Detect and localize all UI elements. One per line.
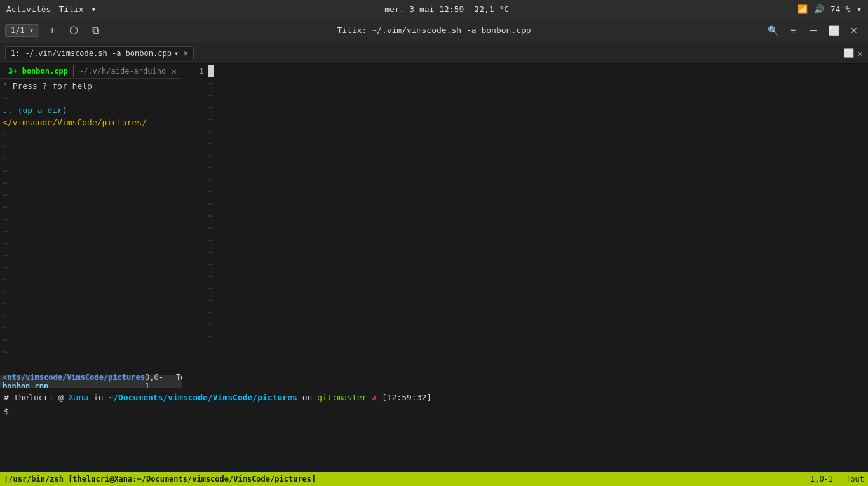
terminal-prompt-line: # thelucri @ Xana in ~/Documents/vimscod… xyxy=(4,391,864,405)
pane-area: 3+ bonbon.cpp ~/.v/h/aide-arduino ✕ " Pr… xyxy=(0,64,868,388)
bottom-status-right: 1,0-1 Tout xyxy=(810,475,864,483)
bottom-status-shell: !/usr/bin/zsh [thelucri@Xana:~/Documents… xyxy=(4,475,810,483)
right-tilde-13: ~ xyxy=(208,222,214,234)
right-tilde-16: ~ xyxy=(208,258,214,270)
right-tilde-6: ~ xyxy=(208,137,214,149)
right-tilde-7: ~ xyxy=(208,149,214,161)
vim-editor-column: ~ ~ ~ ~ ~ ~ ~ ~ ~ ~ ~ ~ ~ ~ ~ ~ ~ xyxy=(208,65,214,342)
app-arrow-icon[interactable]: ▾ xyxy=(92,4,97,14)
title-bar-left: 1/1 ▾ + ⬡ ⧉ xyxy=(5,22,104,39)
vim-active-tab[interactable]: 3+ bonbon.cpp xyxy=(3,65,74,77)
right-tilde-11: ~ xyxy=(208,198,214,210)
term-git-branch: git:master xyxy=(317,391,367,405)
vim-help-line: " Press ? for help xyxy=(3,80,179,92)
vim-tilde-17: ~ xyxy=(3,321,179,334)
vim-tilde-1: ~ xyxy=(3,128,179,140)
menu-button[interactable]: ≡ xyxy=(784,22,802,39)
wifi-icon: 📶 xyxy=(797,4,808,14)
right-tilde-9: ~ xyxy=(208,173,214,186)
right-pane[interactable]: 1 ~ ~ ~ ~ ~ ~ ~ ~ ~ ~ ~ ~ ~ ~ xyxy=(182,64,868,388)
term-x-mark: ✗ xyxy=(367,391,377,405)
vim-tilde-8: ~ xyxy=(3,213,179,225)
vim-tilde-14: ~ xyxy=(3,285,179,297)
vim-file-browser[interactable]: " Press ? for help ~ .. (up a dir) </vim… xyxy=(0,79,182,375)
session-tab[interactable]: 1: ~/.vim/vimscode.sh -a bonbon.cpp ▾ ✕ xyxy=(5,46,194,60)
vim-cursor xyxy=(208,65,214,77)
vim-tilde-11: ~ xyxy=(3,249,179,261)
right-tilde-15: ~ xyxy=(208,246,214,258)
title-bar: 1/1 ▾ + ⬡ ⧉ Tilix: ~/.vim/vimscode.sh -a… xyxy=(0,18,868,43)
vim-tilde-13: ~ xyxy=(3,273,179,285)
tilix-window: 1/1 ▾ + ⬡ ⧉ Tilix: ~/.vim/vimscode.sh -a… xyxy=(0,18,868,486)
system-bar-center: mer. 3 mai 12:59 22,1 °C xyxy=(384,4,509,14)
term-hostname: Xana xyxy=(69,391,88,405)
vim-tilde-15: ~ xyxy=(3,297,179,309)
right-tilde-18: ~ xyxy=(208,282,214,294)
battery-label: 74 % xyxy=(831,4,850,14)
vim-tilde-4: ~ xyxy=(3,165,179,177)
terminal-area[interactable]: # thelucri @ Xana in ~/Documents/vimscod… xyxy=(0,388,868,486)
left-pane: 3+ bonbon.cpp ~/.v/h/aide-arduino ✕ " Pr… xyxy=(0,64,182,388)
vim-status-path: <nts/vimscode/VimsCode/pictures bonbon.c… xyxy=(3,373,145,388)
maximize-button[interactable]: ⬜ xyxy=(825,22,843,39)
right-tilde-12: ~ xyxy=(208,210,214,222)
window-title: Tilix: ~/.vim/vimscode.sh -a bonbon.cpp xyxy=(337,25,531,35)
right-tilde-10: ~ xyxy=(208,186,214,198)
right-tilde-17: ~ xyxy=(208,270,214,282)
vim-tilde-10: ~ xyxy=(3,237,179,249)
right-tilde-5: ~ xyxy=(208,125,214,137)
system-bar-left: Activités Tilix ▾ xyxy=(6,4,96,14)
term-hash: # xyxy=(4,391,9,405)
vim-tilde-12: ~ xyxy=(3,261,179,273)
vim-tilde-19: ~ xyxy=(3,346,179,358)
terminal-content[interactable]: # thelucri @ Xana in ~/Documents/vimscod… xyxy=(0,388,868,472)
split-button[interactable]: ⧉ xyxy=(86,22,104,39)
term-at: @ xyxy=(53,391,68,405)
detach-button[interactable]: ⬡ xyxy=(65,22,83,39)
right-tilde-20: ~ xyxy=(208,306,214,318)
minimize-button[interactable]: ─ xyxy=(804,22,822,39)
bottom-position-label: 1,0-1 xyxy=(810,475,833,483)
tab-arrow-icon: ▾ xyxy=(29,26,34,35)
right-tilde-14: ~ xyxy=(208,234,214,246)
term-username: thelucri xyxy=(14,391,54,405)
bottom-status-bar: !/usr/bin/zsh [thelucri@Xana:~/Documents… xyxy=(0,472,868,486)
vim-tilde-18: ~ xyxy=(3,334,179,346)
tab-indicator[interactable]: 1/1 ▾ xyxy=(5,24,39,37)
add-terminal-button[interactable]: + xyxy=(43,22,61,39)
system-bar-right: 📶 🔊 74 % ▾ xyxy=(797,4,862,14)
vim-tab-close-button[interactable]: ✕ xyxy=(172,66,179,76)
session-label: 1: ~/.vim/vimscode.sh -a bonbon.cpp xyxy=(11,49,172,58)
activities-label[interactable]: Activités xyxy=(6,4,51,14)
bottom-tout-label: Tout xyxy=(846,475,864,483)
right-tilde-8: ~ xyxy=(208,161,214,173)
vim-tilde-9: ~ xyxy=(3,225,179,237)
vim-tilde-16: ~ xyxy=(3,309,179,321)
session-close-button[interactable]: ✕ xyxy=(184,49,188,57)
vim-position: 0,0-1 xyxy=(145,373,163,388)
term-path: ~/Documents/vimscode/VimsCode/pictures xyxy=(108,391,297,405)
search-button[interactable]: 🔍 xyxy=(764,22,782,39)
vim-tilde-3: ~ xyxy=(3,152,179,165)
right-tilde-2: ~ xyxy=(208,89,214,101)
right-tilde-22: ~ xyxy=(208,330,214,342)
vim-empty-line: ~ xyxy=(3,92,179,104)
right-tilde-4: ~ xyxy=(208,113,214,125)
term-user xyxy=(9,391,14,405)
term-on: on xyxy=(297,391,317,405)
term-timestamp: [12:59:32] xyxy=(377,391,431,405)
vim-up-dir-line: .. (up a dir) xyxy=(3,104,179,116)
session-bar: 1: ~/.vim/vimscode.sh -a bonbon.cpp ▾ ✕ … xyxy=(0,43,868,64)
title-bar-right: 🔍 ≡ ─ ⬜ ✕ xyxy=(764,22,863,39)
close-window-button[interactable]: ✕ xyxy=(845,22,863,39)
vim-editor-content[interactable]: 1 ~ ~ ~ ~ ~ ~ ~ ~ ~ ~ ~ ~ ~ ~ xyxy=(182,64,868,388)
app-name-label[interactable]: Tilix xyxy=(58,4,83,14)
terminal-dollar: $ xyxy=(4,405,864,419)
session-close-x-button[interactable]: ✕ xyxy=(858,48,863,58)
right-tilde-3: ~ xyxy=(208,101,214,113)
vim-tilde-2: ~ xyxy=(3,140,179,152)
session-restore-button[interactable]: ⬜ xyxy=(843,47,855,60)
datetime-label: mer. 3 mai 12:59 xyxy=(384,4,464,14)
system-bar: Activités Tilix ▾ mer. 3 mai 12:59 22,1 … xyxy=(0,0,868,18)
vim-tab-bar: 3+ bonbon.cpp ~/.v/h/aide-arduino ✕ xyxy=(0,64,182,79)
